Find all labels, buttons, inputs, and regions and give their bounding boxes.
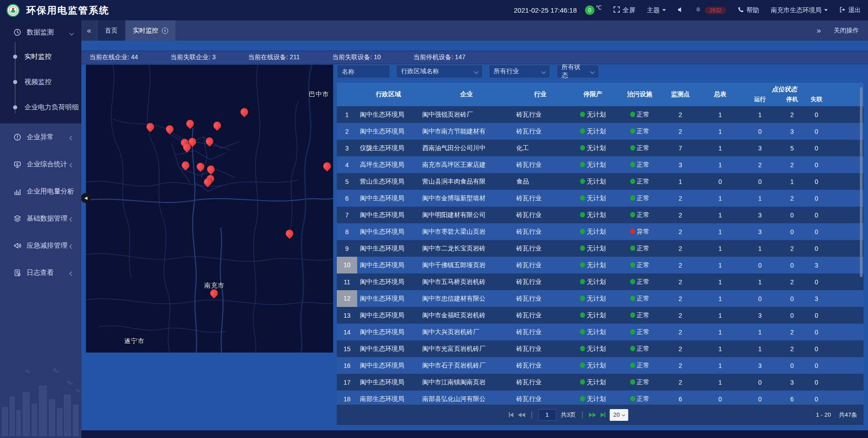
table-row[interactable]: 5 营山生态环境局 营山县润丰肉食品有限 食品 无计划 正常 1 0 0 1 0 xyxy=(337,173,863,190)
sidebar-item-emergency-reduction[interactable]: 应急减排管理 xyxy=(0,232,81,259)
table-row[interactable]: 15 阆中生态环境局 阆中市光富页岩机砖厂 砖瓦行业 无计划 正常 2 1 1 … xyxy=(337,340,863,357)
table-row[interactable]: 18 南部生态环境局 南部县弘化山河有限公 砖瓦行业 无计划 正常 6 0 0 … xyxy=(337,391,863,404)
table-row[interactable]: 9 阆中生态环境局 阆中市二龙长宝页岩砖 砖瓦行业 无计划 正常 2 1 1 2… xyxy=(337,240,863,257)
name-filter-input[interactable] xyxy=(337,65,390,78)
close-actions-button[interactable]: 关闭操作 xyxy=(834,27,859,35)
cell-total-meters: 1 xyxy=(700,278,740,286)
green-dot-icon xyxy=(630,195,635,201)
cell-industry: 砖瓦行业 xyxy=(514,295,567,303)
table-row[interactable]: 14 阆中生态环境局 阆中大兴页岩机砖厂 砖瓦行业 无计划 正常 2 1 1 2… xyxy=(337,324,863,340)
table-row[interactable]: 13 阆中生态环境局 阆中市金福旺页岩机砖 砖瓦行业 无计划 正常 2 1 3 … xyxy=(337,307,863,324)
page-size-select[interactable]: 20 xyxy=(609,409,628,421)
sidebar-subitem-video-monitor[interactable]: 视频监控 xyxy=(0,69,81,94)
help-button[interactable]: 帮助 xyxy=(738,6,759,14)
tabs-scroll-right-button[interactable]: » xyxy=(817,26,821,35)
cell-lost: 0 xyxy=(804,362,829,369)
cell-running: 0 xyxy=(740,379,780,386)
cell-stopped: 1 xyxy=(780,178,804,185)
pagination-last-button[interactable] xyxy=(600,412,605,417)
theme-dropdown[interactable]: 主题 xyxy=(647,6,666,14)
table-row[interactable]: 8 阆中生态环境局 阆中市枣碧大梁山页岩 砖瓦行业 无计划 异常 2 1 3 0… xyxy=(337,223,863,240)
cell-company: 阆中市石子页岩机砖厂 xyxy=(420,362,514,370)
sidebar-item-enterprise-stats[interactable]: 企业综合统计 xyxy=(0,151,81,178)
cell-total-meters: 1 xyxy=(700,312,740,319)
cell-total-meters: 1 xyxy=(700,245,740,252)
page-number-input[interactable] xyxy=(538,409,556,421)
green-dot-icon xyxy=(630,296,635,301)
table-row[interactable]: 11 阆中生态环境局 阆中市五马桥页岩机砖 砖瓦行业 无计划 正常 2 1 1 … xyxy=(337,273,863,290)
brand: 环保用电监管系统 xyxy=(0,4,109,17)
chevron-down-icon xyxy=(542,69,546,74)
tab-realtime-monitor[interactable]: 实时监控 × xyxy=(126,20,175,41)
table-row[interactable]: 1 阆中生态环境局 阆中强锐页岩砖厂 砖瓦行业 无计划 正常 2 1 1 2 0 xyxy=(337,106,863,123)
sidebar-item-enterprise-abnormal[interactable]: 企业异常 xyxy=(0,123,81,151)
cell-running: 1 xyxy=(740,329,780,336)
status-filter-select[interactable]: 所有状态 xyxy=(557,65,599,78)
green-dot-icon xyxy=(630,262,635,268)
cell-region: 阆中生态环境局 xyxy=(357,111,420,119)
col-run: 运行 xyxy=(740,95,780,106)
table-row[interactable]: 17 阆中生态环境局 阆中市江南镇阆南页岩 砖瓦行业 无计划 正常 2 1 0 … xyxy=(337,374,863,391)
notification-button[interactable]: 2632 xyxy=(695,7,726,14)
table-row[interactable]: 10 阆中生态环境局 阆中千佛镇五郎垭页岩 砖瓦行业 无计划 正常 2 1 0 … xyxy=(337,257,863,273)
cell-lost: 0 xyxy=(804,278,829,286)
pagination-prev-button[interactable] xyxy=(518,413,525,417)
logout-icon xyxy=(840,7,845,14)
cell-total-meters: 1 xyxy=(700,145,740,152)
pagination-first-button[interactable] xyxy=(509,412,513,417)
sidebar-subitem-power-load-detail[interactable]: 企业电力负荷明细 xyxy=(0,94,81,120)
theme-label: 主题 xyxy=(647,6,660,14)
cell-stop-status: 无计划 xyxy=(567,178,619,186)
cell-total-meters: 1 xyxy=(700,295,740,302)
sidebar-item-power-usage-analysis[interactable]: 企业用电量分析 xyxy=(0,178,81,205)
tab-home[interactable]: 首页 xyxy=(98,20,125,41)
cell-lost: 0 xyxy=(804,195,829,202)
table-row[interactable]: 16 阆中生态环境局 阆中市石子页岩机砖厂 砖瓦行业 无计划 正常 2 1 3 … xyxy=(337,357,863,374)
pagination-next-button[interactable] xyxy=(589,413,596,417)
green-dot-icon xyxy=(630,162,635,167)
cell-total-meters: 1 xyxy=(700,228,740,235)
sidebar-item-log-view[interactable]: 日志查看 xyxy=(0,259,81,286)
cell-company: 阆中市南方节能建材有 xyxy=(420,127,514,136)
divider xyxy=(531,411,532,419)
logout-button[interactable]: 退出 xyxy=(840,6,861,14)
table-scrollbar[interactable] xyxy=(860,87,863,277)
cell-industry: 食品 xyxy=(514,178,567,186)
sidebar-item-base-data[interactable]: 基础数据管理 xyxy=(0,205,81,232)
industry-filter-select[interactable]: 所有行业 xyxy=(489,65,550,78)
green-dot-icon xyxy=(580,179,585,184)
cell-running: 3 xyxy=(740,362,780,369)
table-row[interactable]: 4 高坪生态环境局 南充市高坪区王家店建 砖瓦行业 无计划 正常 3 1 2 2… xyxy=(337,156,863,173)
green-dot-icon xyxy=(630,128,635,134)
table-row[interactable]: 7 阆中生态环境局 阆中明阳建材有限公司 砖瓦行业 无计划 正常 2 1 3 0… xyxy=(337,207,863,223)
map-panel[interactable]: 巴中市南充市遂宁市 xyxy=(86,65,333,353)
cell-region: 阆中生态环境局 xyxy=(357,345,420,353)
col-company: 企业 xyxy=(420,90,514,99)
table-row[interactable]: 6 阆中生态环境局 阆中市金博瑞新型墙材 砖瓦行业 无计划 正常 2 1 1 2… xyxy=(337,190,863,207)
cell-total-meters: 1 xyxy=(700,345,740,353)
red-dot-icon xyxy=(630,229,635,234)
mute-button[interactable] xyxy=(678,7,684,14)
sidebar-subitem-label: 企业电力负荷明细 xyxy=(24,103,79,112)
sidebar-item-label: 应急减排管理 xyxy=(27,241,67,250)
sidebar-subitem-realtime-monitor[interactable]: 实时监控 xyxy=(0,44,81,69)
table-row[interactable]: 3 仪陇生态环境局 西南油气田分公司川中 化工 无计划 正常 7 1 3 5 0 xyxy=(337,140,863,156)
tab-close-icon[interactable]: × xyxy=(162,28,168,34)
cell-region: 阆中生态环境局 xyxy=(357,311,420,320)
fullscreen-button[interactable]: 全屏 xyxy=(613,6,635,14)
table-row[interactable]: 2 阆中生态环境局 阆中市南方节能建材有 砖瓦行业 无计划 正常 2 1 0 3… xyxy=(337,123,863,140)
main-content: 当前在线企业: 44 当前失联企业: 3 当前在线设备: 211 当前失联设备:… xyxy=(81,41,868,438)
green-dot-icon xyxy=(630,312,635,318)
region-filter-select[interactable]: 行政区域名称 xyxy=(396,65,483,78)
cell-lost: 0 xyxy=(804,178,829,185)
sidebar-item-label: 企业用电量分析 xyxy=(27,187,74,196)
tabs-scroll-left-button[interactable]: « xyxy=(81,20,97,41)
cell-lost: 0 xyxy=(804,379,829,386)
cell-company: 阆中市五马桥页岩机砖 xyxy=(420,278,514,286)
table-row[interactable]: 12 阆中生态环境局 阆中市忠信建材有限公 砖瓦行业 无计划 正常 2 1 0 … xyxy=(337,290,863,307)
org-dropdown[interactable]: 南充市生态环境局 xyxy=(771,6,828,14)
cell-region: 阆中生态环境局 xyxy=(357,245,420,253)
sidebar-item-data-monitor[interactable]: 数据监测 xyxy=(0,20,81,44)
map-collapse-button[interactable]: ◀ xyxy=(81,193,91,203)
green-dot-icon xyxy=(630,112,635,117)
